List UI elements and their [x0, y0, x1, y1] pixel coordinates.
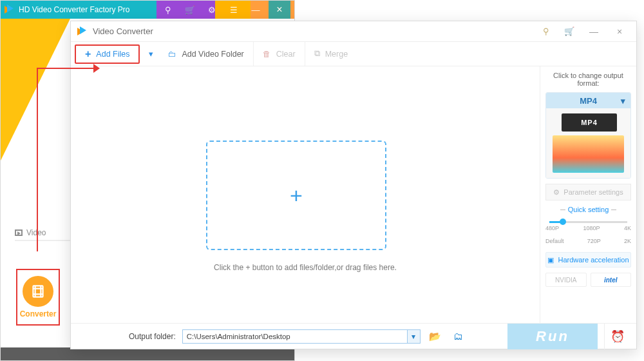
format-thumbnail: MP4: [546, 108, 630, 178]
key-icon[interactable]: ⚲: [537, 26, 555, 36]
open-folder-button[interactable]: 📂: [427, 329, 444, 344]
merge-label: Merge: [325, 50, 348, 59]
chevron-down-icon[interactable]: ▾: [407, 330, 420, 343]
converter-label: Converter: [20, 309, 57, 318]
cart-icon[interactable]: 🛒: [560, 26, 578, 36]
parent-footer: [1, 347, 294, 360]
merge-icon: ⧉: [314, 49, 320, 59]
output-path: C:\Users\Administrator\Desktop: [187, 333, 290, 340]
cart-icon[interactable]: 🛒: [181, 5, 199, 15]
param-label: Parameter settings: [564, 188, 623, 196]
nvidia-badge[interactable]: NVIDIA: [545, 273, 587, 287]
output-bar: Output folder: C:\Users\Administrator\De…: [71, 323, 636, 349]
child-titlebar: Video Converter ⚲ 🛒 — ×: [71, 21, 636, 42]
key-icon[interactable]: ⚲: [159, 5, 177, 15]
quality-slider[interactable]: 480P 1080P 4K: [545, 219, 631, 233]
add-plus-icon: +: [290, 183, 303, 208]
folder-icon: 🗀: [168, 50, 176, 59]
format-label: MP4: [580, 96, 597, 106]
tick: 2K: [624, 238, 631, 244]
annotation-line: [37, 68, 95, 69]
slider-thumb[interactable]: [560, 219, 566, 225]
minimize-icon[interactable]: —: [583, 26, 604, 37]
drop-box[interactable]: +: [206, 141, 386, 250]
video-icon: [15, 229, 23, 236]
converter-module-button[interactable]: Converter: [16, 269, 60, 326]
add-folder-label: Add Video Folder: [182, 50, 243, 59]
mp4-badge: MP4: [562, 113, 617, 132]
decorative-banner: [1, 19, 70, 161]
sliders-icon: ⚙: [553, 188, 560, 197]
app-logo-icon: [5, 5, 15, 15]
converter-icon: [23, 276, 53, 307]
chevron-down-icon: ▾: [149, 49, 153, 59]
toolbar: + Add Files ▾ 🗀 Add Video Folder 🗑 Clear…: [71, 42, 636, 66]
parameter-settings-button[interactable]: ⚙ Parameter settings: [545, 184, 631, 200]
menu-icon[interactable]: ☰: [225, 5, 243, 15]
video-converter-window: Video Converter ⚲ 🛒 — × + Add Files ▾ 🗀 …: [70, 21, 637, 349]
chip-icon: ▣: [547, 256, 554, 264]
output-folder-input[interactable]: C:\Users\Administrator\Desktop ▾: [182, 329, 421, 344]
tick: 480P: [545, 225, 559, 231]
tick: 1080P: [583, 225, 600, 231]
output-folder-label: Output folder:: [129, 332, 176, 341]
side-panel: Click to change output format: MP4 ▾ MP4…: [540, 66, 636, 323]
drop-area[interactable]: + Click the + button to add files/folder…: [71, 66, 540, 323]
hw-label: Hardware acceleration: [558, 256, 629, 264]
add-files-label: Add Files: [96, 50, 129, 59]
tick: Default: [545, 238, 564, 244]
add-folder-button[interactable]: ▾ 🗀 Add Video Folder: [140, 42, 253, 66]
trash-icon: 🗑: [263, 50, 271, 59]
clear-label: Clear: [276, 50, 296, 59]
plus-icon: +: [85, 48, 91, 60]
minimize-icon[interactable]: —: [247, 5, 265, 15]
annotation-line: [37, 68, 38, 251]
format-hint: Click to change output format:: [545, 72, 631, 87]
settings-icon[interactable]: ⚙: [203, 5, 221, 15]
parent-titlebar: HD Video Converter Factory Pro ⚲ 🛒 ⚙ ☰ —…: [1, 1, 294, 19]
alarm-button[interactable]: ⏰: [604, 324, 630, 349]
run-button[interactable]: Run: [507, 324, 598, 349]
drop-hint: Click the + button to add files/folder,o…: [71, 263, 540, 272]
annotation-arrow-head: [93, 64, 100, 73]
hardware-acceleration-button[interactable]: ▣ Hardware acceleration: [545, 252, 631, 268]
tick: 4K: [624, 225, 631, 231]
child-logo-icon: [77, 26, 88, 37]
browse-folder-button[interactable]: 🗂: [450, 329, 467, 344]
chevron-down-icon: ▾: [621, 96, 625, 106]
sidebar-video-item[interactable]: Video: [15, 228, 73, 241]
child-title: Video Converter: [93, 26, 153, 36]
close-icon[interactable]: ×: [609, 26, 630, 37]
merge-button[interactable]: ⧉ Merge: [305, 42, 357, 66]
close-icon[interactable]: ×: [269, 1, 290, 19]
quick-setting-title: Quick setting: [545, 206, 631, 213]
intel-badge[interactable]: intel: [591, 273, 632, 287]
parent-title: HD Video Converter Factory Pro: [19, 5, 130, 14]
add-files-button[interactable]: + Add Files: [75, 44, 140, 64]
clear-button[interactable]: 🗑 Clear: [254, 42, 305, 66]
tick: 720P: [587, 238, 601, 244]
output-format-selector[interactable]: MP4 ▾ MP4: [545, 92, 631, 179]
